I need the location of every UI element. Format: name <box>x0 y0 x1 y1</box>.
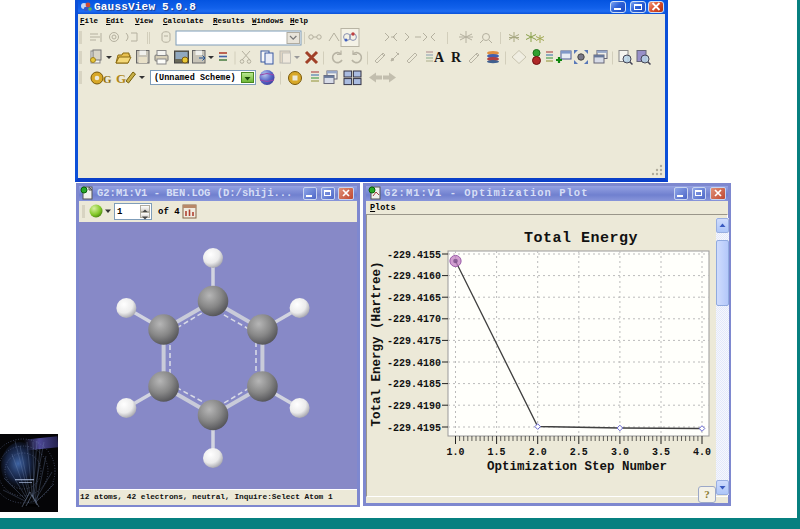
svg-text:Total Energy: Total Energy <box>524 230 638 247</box>
svg-text:4.0: 4.0 <box>693 447 711 458</box>
svg-text:R: R <box>451 50 462 65</box>
svg-text:G: G <box>103 73 112 85</box>
svg-text:1.0: 1.0 <box>446 447 464 458</box>
svg-text:-229.4180: -229.4180 <box>387 358 441 369</box>
svg-text:-229.4165: -229.4165 <box>387 293 441 304</box>
svg-text:-229.4155: -229.4155 <box>387 250 441 261</box>
svg-text:-229.4170: -229.4170 <box>387 314 441 325</box>
svg-text:-229.4190: -229.4190 <box>387 401 441 412</box>
svg-text:-229.4195: -229.4195 <box>387 423 441 434</box>
svg-text:Total Energy (Hartree): Total Energy (Hartree) <box>370 261 384 426</box>
svg-text:Optimization Step Number: Optimization Step Number <box>487 460 667 474</box>
svg-text:1.5: 1.5 <box>488 447 506 458</box>
svg-text:3.0: 3.0 <box>611 447 629 458</box>
svg-text:-229.4160: -229.4160 <box>387 271 441 282</box>
svg-text:2.5: 2.5 <box>570 447 588 458</box>
svg-text:A: A <box>434 50 445 65</box>
svg-text:3.5: 3.5 <box>652 447 670 458</box>
svg-text:G: G <box>116 71 126 86</box>
svg-text:-229.4185: -229.4185 <box>387 379 441 390</box>
svg-text:2.0: 2.0 <box>529 447 547 458</box>
svg-text:-229.4175: -229.4175 <box>387 336 441 347</box>
